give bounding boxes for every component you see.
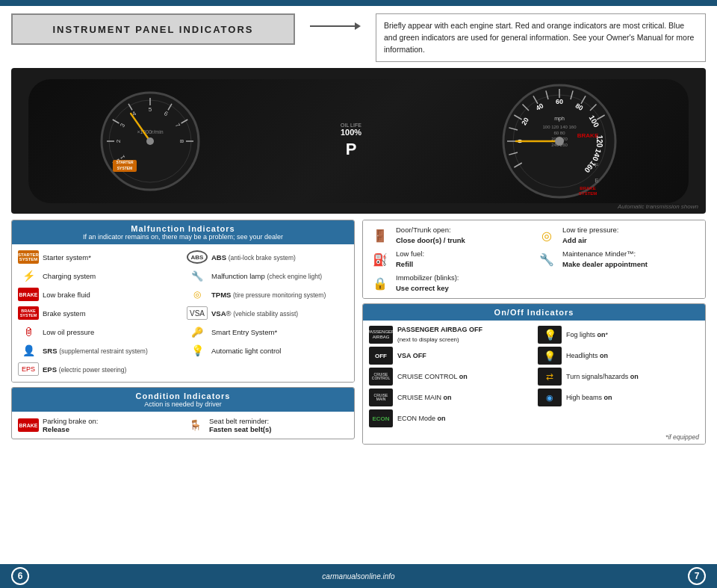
- page-number-left: 6: [11, 567, 29, 585]
- malfunction-grid: STARTERSYSTEM Starter system* ABS ABS (a…: [18, 249, 348, 377]
- onoff-headlights: 💡 Headlights on: [538, 347, 699, 365]
- condition-parking-brake: BRAKE Parking brake on:Release: [18, 415, 181, 435]
- cruise-control-icon: CRUISECONTROL: [369, 368, 393, 386]
- maintenance-icon: 🔧: [536, 249, 558, 270]
- dashboard-caption: Automatic transmission shown: [618, 203, 698, 210]
- parking-brake-icon: BRAKE: [18, 418, 39, 432]
- svg-text:STARTER: STARTER: [116, 160, 134, 164]
- malfunction-lamp-icon: 🔧: [187, 269, 208, 282]
- headlights-icon: 💡: [538, 347, 562, 365]
- svg-text:E: E: [595, 177, 598, 184]
- svg-text:BRAKE: BRAKE: [580, 186, 595, 191]
- speedometer-svg: 0 20 40 60 80 100 120 140 160 mph 100 12…: [500, 81, 619, 201]
- turn-signals-text: Turn signals/hazards on: [566, 372, 639, 382]
- svg-text:60: 60: [556, 98, 563, 105]
- onoff-econ: ECON ECON Mode on: [369, 409, 530, 427]
- tpms-icon: ◎: [187, 288, 208, 301]
- eps-icon: EPS: [18, 362, 39, 376]
- indicator-vsa: VSA VSA® (vehicle stability assist): [187, 305, 348, 321]
- condition-body: BRAKE Parking brake on:Release 🪑 Seat be…: [12, 412, 354, 439]
- header-info-box: Briefly appear with each engine start. R…: [376, 13, 706, 62]
- door-text: Door/Trunk open:Close door(s) / trunk: [396, 225, 465, 245]
- malfunction-lamp-text: Malfunction lamp (check engine light): [211, 272, 322, 280]
- tachometer: 1 2 3 4 5 6 7 8 ×1000r/min STARTER: [98, 89, 202, 194]
- left-column: Malfunction Indicators If an indicator r…: [11, 220, 355, 449]
- svg-text:SYSTEM: SYSTEM: [579, 191, 598, 196]
- abs-icon: ABS: [187, 250, 208, 264]
- warning-door: 🚪 Door/Trunk open:Close door(s) / trunk: [369, 225, 533, 246]
- bottom-row: Malfunction Indicators If an indicator r…: [11, 220, 706, 449]
- svg-text:×1000r/min: ×1000r/min: [137, 129, 163, 134]
- headlights-text: Headlights on: [566, 351, 608, 361]
- svg-text:2: 2: [115, 139, 122, 143]
- malfunction-title: Malfunction Indicators: [18, 224, 348, 233]
- arrow-head: [355, 22, 361, 30]
- indicator-oil: 🛢 Low oil pressure: [18, 324, 179, 340]
- oil-text: Low oil pressure: [43, 328, 94, 336]
- warning-tire-pressure: ◎ Low tire pressure:Add air: [536, 225, 699, 246]
- seatbelt-text: Seat belt reminder:Fasten seat belt(s): [209, 417, 271, 433]
- onoff-fog-lights: 💡 Fog lights on*: [538, 325, 699, 344]
- tire-pressure-text: Low tire pressure:Add air: [562, 225, 619, 245]
- brake-fluid-icon: BRAKE: [18, 288, 39, 301]
- onoff-high-beams: ◉ High beams on: [538, 389, 699, 406]
- onoff-turn-signals: ⇄ Turn signals/hazards on: [538, 368, 699, 386]
- auto-light-text: Automatic light control: [211, 347, 281, 355]
- website-label: carmanualsonline.info: [322, 572, 394, 581]
- passenger-airbag-text: PASSENGER AIRBAG OFF(next to display scr…: [397, 325, 482, 344]
- econ-text: ECON Mode on: [397, 414, 446, 424]
- right-column: 🚪 Door/Trunk open:Close door(s) / trunk …: [362, 220, 706, 449]
- cruise-main-icon: CRUISEMAIN: [369, 389, 393, 406]
- indicator-brake-fluid: BRAKE Low brake fluid: [18, 286, 179, 303]
- fog-lights-icon: 💡: [538, 326, 562, 344]
- vsa-icon: VSA: [187, 306, 208, 320]
- brake-system-text: Brake system: [43, 309, 86, 318]
- starter-text: Starter system*: [43, 253, 91, 261]
- onoff-footnote: *if equipped: [363, 432, 705, 444]
- passenger-airbag-icon: PASSENGERAIRBAG: [369, 326, 393, 344]
- malfunction-header: Malfunction Indicators If an indicator r…: [12, 220, 354, 244]
- svg-text:60 80: 60 80: [554, 131, 566, 135]
- brake-system-icon: BRAKESYSTEM: [18, 306, 39, 320]
- abs-text: ABS (anti-lock brake system): [211, 253, 296, 261]
- indicator-eps: EPS EPS (electric power steering): [18, 361, 179, 377]
- vsa-text: VSA® (vehicle stability assist): [211, 309, 298, 318]
- indicator-malfunction-lamp: 🔧 Malfunction lamp (check engine light): [187, 267, 348, 284]
- onoff-header: On/Off Indicators: [363, 304, 705, 321]
- onoff-title: On/Off Indicators: [369, 308, 699, 317]
- turn-signals-icon: ⇄: [538, 368, 562, 386]
- maintenance-text: Maintenance Minder™:Make dealer appointm…: [562, 249, 648, 269]
- srs-text: SRS (supplemental restraint system): [43, 347, 148, 355]
- malfunction-subtitle: If an indicator remains on, there may be…: [18, 233, 348, 241]
- condition-seatbelt: 🪑 Seat belt reminder:Fasten seat belt(s): [184, 415, 348, 435]
- svg-text:100 120 140 160: 100 120 140 160: [543, 125, 577, 129]
- malfunction-section: Malfunction Indicators If an indicator r…: [11, 220, 355, 383]
- oil-life-value: 100%: [341, 128, 361, 137]
- onoff-passenger-airbag: PASSENGERAIRBAG PASSENGER AIRBAG OFF(nex…: [369, 325, 530, 344]
- title-box: INSTRUMENT PANEL INDICATORS: [11, 13, 295, 45]
- warning-section: 🚪 Door/Trunk open:Close door(s) / trunk …: [362, 220, 706, 299]
- svg-text:5: 5: [149, 106, 152, 113]
- center-display: OIL LIFE 100% P: [341, 123, 361, 159]
- gear-display: P: [346, 140, 357, 159]
- oil-life-label: OIL LIFE: [341, 123, 361, 128]
- door-icon: 🚪: [369, 225, 391, 246]
- srs-icon: 👤: [18, 344, 39, 357]
- brake-fluid-text: Low brake fluid: [43, 291, 90, 299]
- tpms-text: TPMS (tire pressure monitoring system): [211, 291, 326, 299]
- fog-lights-text: Fog lights on*: [566, 330, 608, 340]
- condition-section: Condition Indicators Action is needed by…: [11, 387, 355, 439]
- condition-subtitle: Action is needed by driver: [18, 400, 348, 408]
- indicator-starter: STARTERSYSTEM Starter system*: [18, 249, 179, 265]
- cruise-control-text: CRUISE CONTROL on: [397, 372, 468, 382]
- header-row: INSTRUMENT PANEL INDICATORS Briefly appe…: [11, 13, 706, 62]
- warning-immobilizer: 🔒 Immobilizer (blinks):Use correct key: [369, 273, 533, 294]
- high-beams-icon: ◉: [538, 389, 562, 406]
- starter-icon: STARTERSYSTEM: [18, 250, 39, 264]
- onoff-grid: PASSENGERAIRBAG PASSENGER AIRBAG OFF(nex…: [363, 321, 705, 432]
- svg-text:F: F: [595, 162, 599, 169]
- svg-text:8: 8: [179, 140, 185, 143]
- svg-point-54: [555, 137, 564, 146]
- warning-maintenance: 🔧 Maintenance Minder™:Make dealer appoin…: [536, 249, 699, 270]
- onoff-vsa-off: OFF VSA OFF: [369, 347, 530, 365]
